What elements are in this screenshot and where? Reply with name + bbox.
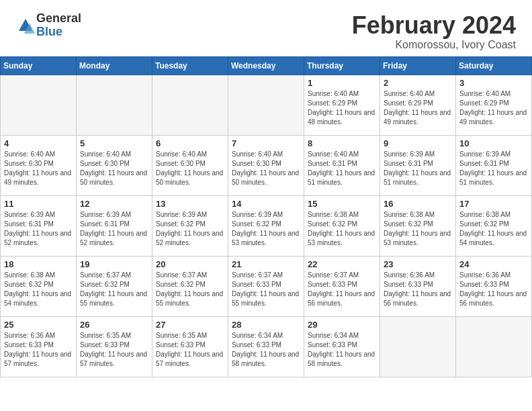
calendar-cell: 16Sunrise: 6:38 AM Sunset: 6:32 PM Dayli…: [380, 195, 456, 256]
calendar-cell: 26Sunrise: 6:35 AM Sunset: 6:33 PM Dayli…: [77, 316, 152, 377]
day-info: Sunrise: 6:36 AM Sunset: 6:33 PM Dayligh…: [384, 271, 452, 308]
calendar-body: 1Sunrise: 6:40 AM Sunset: 6:29 PM Daylig…: [1, 75, 532, 377]
day-info: Sunrise: 6:40 AM Sunset: 6:29 PM Dayligh…: [308, 89, 376, 127]
calendar-cell: 21Sunrise: 6:37 AM Sunset: 6:33 PM Dayli…: [228, 256, 304, 316]
day-info: Sunrise: 6:38 AM Sunset: 6:32 PM Dayligh…: [384, 210, 452, 248]
calendar-cell: 18Sunrise: 6:38 AM Sunset: 6:32 PM Dayli…: [1, 256, 77, 316]
calendar-cell: 23Sunrise: 6:36 AM Sunset: 6:33 PM Dayli…: [380, 256, 456, 316]
calendar-cell: 4Sunrise: 6:40 AM Sunset: 6:30 PM Daylig…: [1, 135, 77, 195]
logo: General Blue: [16, 12, 81, 39]
day-info: Sunrise: 6:40 AM Sunset: 6:30 PM Dayligh…: [156, 150, 224, 187]
day-of-week-header: Friday: [380, 56, 456, 75]
day-info: Sunrise: 6:35 AM Sunset: 6:33 PM Dayligh…: [156, 331, 224, 369]
page-header: General Blue February 2024 Komorossou, I…: [0, 0, 532, 56]
day-number: 11: [4, 199, 73, 209]
day-number: 17: [459, 199, 528, 209]
calendar-cell: 20Sunrise: 6:37 AM Sunset: 6:32 PM Dayli…: [152, 256, 228, 316]
logo-general-text: General: [36, 12, 81, 26]
day-of-week-header: Tuesday: [152, 56, 228, 75]
calendar-cell: 27Sunrise: 6:35 AM Sunset: 6:33 PM Dayli…: [152, 316, 228, 377]
day-number: 25: [4, 320, 73, 330]
day-info: Sunrise: 6:37 AM Sunset: 6:33 PM Dayligh…: [308, 271, 376, 308]
day-of-week-header: Monday: [77, 56, 152, 75]
calendar-cell: 9Sunrise: 6:39 AM Sunset: 6:31 PM Daylig…: [380, 135, 456, 195]
calendar-cell: [77, 75, 152, 135]
day-info: Sunrise: 6:39 AM Sunset: 6:31 PM Dayligh…: [384, 150, 452, 187]
calendar-cell: [152, 75, 228, 135]
calendar-cell: 6Sunrise: 6:40 AM Sunset: 6:30 PM Daylig…: [152, 135, 228, 195]
day-info: Sunrise: 6:36 AM Sunset: 6:33 PM Dayligh…: [459, 271, 528, 308]
calendar-table: SundayMondayTuesdayWednesdayThursdayFrid…: [0, 56, 532, 377]
day-number: 10: [459, 138, 528, 148]
title-section: February 2024 Komorossou, Ivory Coast: [352, 12, 516, 51]
days-of-week-row: SundayMondayTuesdayWednesdayThursdayFrid…: [1, 56, 532, 75]
calendar-cell: 19Sunrise: 6:37 AM Sunset: 6:32 PM Dayli…: [77, 256, 152, 316]
day-number: 9: [384, 138, 452, 148]
day-number: 6: [156, 138, 224, 148]
day-info: Sunrise: 6:38 AM Sunset: 6:32 PM Dayligh…: [459, 210, 528, 248]
day-of-week-header: Thursday: [304, 56, 380, 75]
day-number: 2: [384, 78, 452, 88]
day-number: 29: [308, 320, 376, 330]
day-info: Sunrise: 6:36 AM Sunset: 6:33 PM Dayligh…: [4, 331, 73, 369]
calendar-cell: 1Sunrise: 6:40 AM Sunset: 6:29 PM Daylig…: [304, 75, 380, 135]
day-number: 21: [232, 259, 300, 269]
calendar-cell: 3Sunrise: 6:40 AM Sunset: 6:29 PM Daylig…: [456, 75, 532, 135]
calendar-week-row: 1Sunrise: 6:40 AM Sunset: 6:29 PM Daylig…: [1, 75, 532, 135]
calendar-cell: 10Sunrise: 6:39 AM Sunset: 6:31 PM Dayli…: [456, 135, 532, 195]
calendar-cell: [456, 316, 532, 377]
calendar-week-row: 11Sunrise: 6:39 AM Sunset: 6:31 PM Dayli…: [1, 195, 532, 256]
day-number: 27: [156, 320, 224, 330]
day-of-week-header: Wednesday: [228, 56, 304, 75]
day-info: Sunrise: 6:40 AM Sunset: 6:29 PM Dayligh…: [384, 89, 452, 127]
logo-icon: [16, 16, 35, 35]
day-number: 12: [80, 199, 148, 209]
day-number: 14: [232, 199, 300, 209]
logo-blue-text: Blue: [36, 26, 81, 39]
calendar-cell: 29Sunrise: 6:34 AM Sunset: 6:33 PM Dayli…: [304, 316, 380, 377]
calendar-cell: 7Sunrise: 6:40 AM Sunset: 6:30 PM Daylig…: [228, 135, 304, 195]
day-number: 19: [80, 259, 148, 269]
calendar-cell: 8Sunrise: 6:40 AM Sunset: 6:31 PM Daylig…: [304, 135, 380, 195]
calendar-week-row: 25Sunrise: 6:36 AM Sunset: 6:33 PM Dayli…: [1, 316, 532, 377]
day-info: Sunrise: 6:39 AM Sunset: 6:31 PM Dayligh…: [80, 210, 148, 248]
day-info: Sunrise: 6:37 AM Sunset: 6:32 PM Dayligh…: [80, 271, 148, 308]
calendar-cell: 15Sunrise: 6:38 AM Sunset: 6:32 PM Dayli…: [304, 195, 380, 256]
day-number: 24: [459, 259, 528, 269]
day-number: 28: [232, 320, 300, 330]
subtitle: Komorossou, Ivory Coast: [352, 39, 516, 51]
day-info: Sunrise: 6:40 AM Sunset: 6:31 PM Dayligh…: [308, 150, 376, 187]
day-number: 4: [4, 138, 73, 148]
day-info: Sunrise: 6:40 AM Sunset: 6:30 PM Dayligh…: [232, 150, 300, 187]
day-number: 16: [384, 199, 452, 209]
day-of-week-header: Saturday: [456, 56, 532, 75]
main-title: February 2024: [352, 12, 516, 39]
day-number: 20: [156, 259, 224, 269]
day-info: Sunrise: 6:39 AM Sunset: 6:32 PM Dayligh…: [232, 210, 300, 248]
day-info: Sunrise: 6:40 AM Sunset: 6:30 PM Dayligh…: [4, 150, 73, 187]
day-of-week-header: Sunday: [1, 56, 77, 75]
day-number: 5: [80, 138, 148, 148]
calendar-cell: 13Sunrise: 6:39 AM Sunset: 6:32 PM Dayli…: [152, 195, 228, 256]
day-number: 3: [459, 78, 528, 88]
logo-text: General Blue: [36, 12, 81, 39]
calendar-cell: 22Sunrise: 6:37 AM Sunset: 6:33 PM Dayli…: [304, 256, 380, 316]
calendar-cell: 24Sunrise: 6:36 AM Sunset: 6:33 PM Dayli…: [456, 256, 532, 316]
day-info: Sunrise: 6:38 AM Sunset: 6:32 PM Dayligh…: [4, 271, 73, 308]
day-info: Sunrise: 6:37 AM Sunset: 6:32 PM Dayligh…: [156, 271, 224, 308]
day-number: 8: [308, 138, 376, 148]
calendar-cell: 11Sunrise: 6:39 AM Sunset: 6:31 PM Dayli…: [1, 195, 77, 256]
day-info: Sunrise: 6:40 AM Sunset: 6:29 PM Dayligh…: [459, 89, 528, 127]
day-info: Sunrise: 6:39 AM Sunset: 6:31 PM Dayligh…: [4, 210, 73, 248]
day-info: Sunrise: 6:40 AM Sunset: 6:30 PM Dayligh…: [80, 150, 148, 187]
day-info: Sunrise: 6:35 AM Sunset: 6:33 PM Dayligh…: [80, 331, 148, 369]
day-info: Sunrise: 6:38 AM Sunset: 6:32 PM Dayligh…: [308, 210, 376, 248]
calendar-week-row: 4Sunrise: 6:40 AM Sunset: 6:30 PM Daylig…: [1, 135, 532, 195]
calendar-cell: 12Sunrise: 6:39 AM Sunset: 6:31 PM Dayli…: [77, 195, 152, 256]
day-number: 7: [232, 138, 300, 148]
day-number: 15: [308, 199, 376, 209]
day-number: 23: [384, 259, 452, 269]
calendar-cell: [380, 316, 456, 377]
day-info: Sunrise: 6:39 AM Sunset: 6:31 PM Dayligh…: [459, 150, 528, 187]
day-info: Sunrise: 6:34 AM Sunset: 6:33 PM Dayligh…: [308, 331, 376, 369]
